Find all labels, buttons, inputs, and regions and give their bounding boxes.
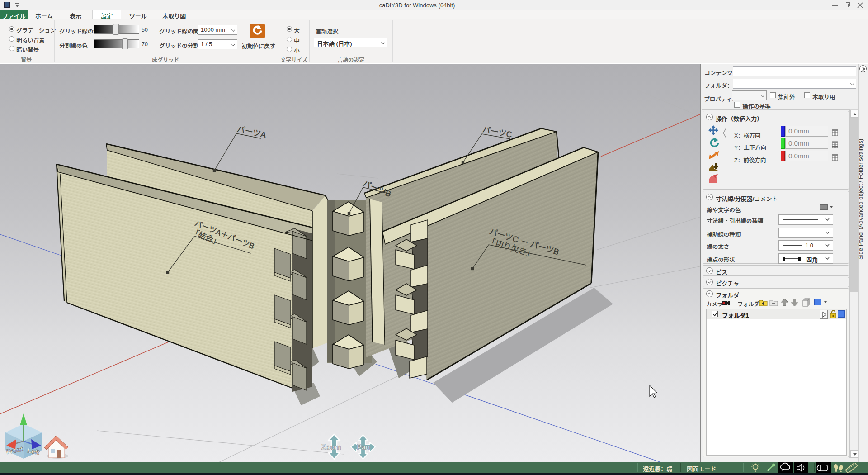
svg-text:1.0: 1.0	[805, 242, 813, 249]
svg-text:Pan: Pan	[357, 443, 370, 451]
svg-text:Zoom: Zoom	[321, 443, 341, 451]
